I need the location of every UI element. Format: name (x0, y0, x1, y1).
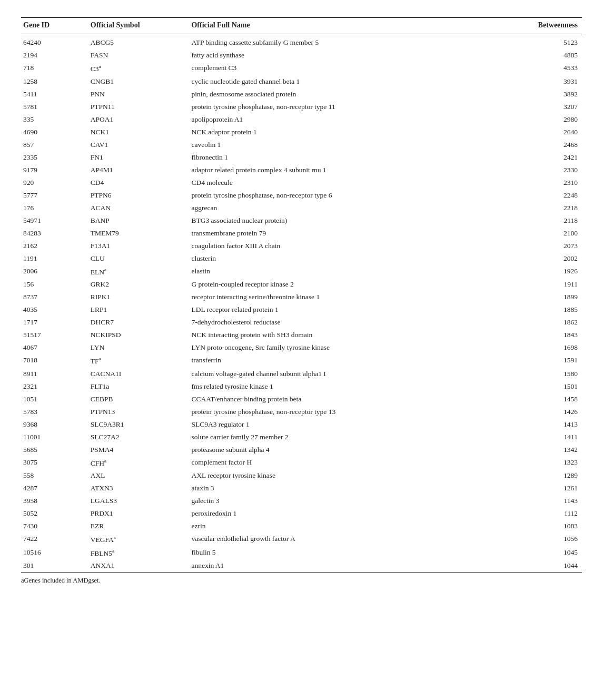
table-row: 4690NCK1NCK adaptor protein 12640 (21, 126, 582, 139)
table-row: 2006ELNaelastin1926 (21, 265, 582, 279)
cell-fullname: LYN proto-oncogene, Src family tyrosine … (189, 341, 481, 354)
table-row: 1191CLUclusterin2002 (21, 252, 582, 265)
cell-geneid: 5781 (21, 101, 88, 113)
cell-fullname: protein tyrosine phosphatase, non-recept… (189, 189, 481, 202)
cell-betweenness: 2468 (481, 139, 582, 151)
cell-betweenness: 2421 (481, 151, 582, 164)
cell-betweenness: 1056 (481, 533, 582, 546)
table-row: 51517NCKIPSDNCK interacting protein with… (21, 329, 582, 341)
cell-symbol: CACNA1I (88, 368, 190, 380)
cell-betweenness: 1411 (481, 431, 582, 443)
cell-symbol: EZR (88, 520, 190, 533)
cell-betweenness: 1911 (481, 278, 582, 291)
cell-betweenness: 1143 (481, 495, 582, 507)
cell-betweenness: 1045 (481, 546, 582, 560)
cell-betweenness: 2002 (481, 252, 582, 265)
cell-fullname: ezrin (189, 520, 481, 533)
cell-geneid: 9368 (21, 418, 88, 431)
header-betweenness: Betweenness (481, 17, 582, 34)
cell-betweenness: 2330 (481, 164, 582, 176)
cell-betweenness: 1926 (481, 265, 582, 279)
cell-symbol: CEBPB (88, 393, 190, 406)
table-row: 1051CEBPBCCAAT/enhancer binding protein … (21, 393, 582, 406)
table-row: 1258CNGB1cyclic nucleotide gated channel… (21, 75, 582, 88)
cell-geneid: 54971 (21, 214, 88, 227)
header-geneid: Gene ID (21, 17, 88, 34)
cell-fullname: ataxin 3 (189, 482, 481, 495)
cell-symbol: CD4 (88, 176, 190, 189)
cell-geneid: 7430 (21, 520, 88, 533)
cell-symbol: LYN (88, 341, 190, 354)
cell-betweenness: 1289 (481, 469, 582, 482)
cell-symbol: CLU (88, 252, 190, 265)
table-row: 9179AP4M1adaptor related protein complex… (21, 164, 582, 176)
table-row: 64240ABCG5ATP binding cassette subfamily… (21, 34, 582, 50)
cell-geneid: 2335 (21, 151, 88, 164)
cell-symbol: LGALS3 (88, 495, 190, 507)
cell-symbol: APOA1 (88, 113, 190, 126)
cell-symbol: F13A1 (88, 240, 190, 252)
cell-fullname: AXL receptor tyrosine kinase (189, 469, 481, 482)
table-row: 857CAV1caveolin 12468 (21, 139, 582, 151)
table-row: 2162F13A1coagulation factor XIII A chain… (21, 240, 582, 252)
cell-fullname: CCAAT/enhancer binding protein beta (189, 393, 481, 406)
cell-symbol: VEGFAa (88, 533, 190, 546)
cell-symbol: FN1 (88, 151, 190, 164)
cell-geneid: 3075 (21, 456, 88, 470)
cell-fullname: protein tyrosine phosphatase, non-recept… (189, 101, 481, 113)
cell-symbol: FLT1a (88, 380, 190, 393)
table-row: 84283TMEM79transmembrane protein 792100 (21, 227, 582, 240)
cell-betweenness: 1426 (481, 406, 582, 418)
table-row: 5783PTPN13protein tyrosine phosphatase, … (21, 406, 582, 418)
cell-fullname: NCK adaptor protein 1 (189, 126, 481, 139)
cell-geneid: 1717 (21, 316, 88, 329)
cell-betweenness: 1580 (481, 368, 582, 380)
cell-geneid: 10516 (21, 546, 88, 560)
cell-symbol: ABCG5 (88, 34, 190, 50)
cell-geneid: 7422 (21, 533, 88, 546)
cell-betweenness: 2640 (481, 126, 582, 139)
table-row: 7430EZRezrin1083 (21, 520, 582, 533)
table-row: 4067LYNLYN proto-oncogene, Src family ty… (21, 341, 582, 354)
cell-betweenness: 2248 (481, 189, 582, 202)
cell-fullname: receptor interacting serine/threonine ki… (189, 291, 481, 303)
cell-betweenness: 1112 (481, 507, 582, 520)
table-row: 9368SLC9A3R1SLC9A3 regulator 11413 (21, 418, 582, 431)
cell-geneid: 7018 (21, 354, 88, 368)
cell-symbol: PTPN6 (88, 189, 190, 202)
cell-betweenness: 2310 (481, 176, 582, 189)
cell-betweenness: 2980 (481, 113, 582, 126)
cell-fullname: caveolin 1 (189, 139, 481, 151)
cell-betweenness: 5123 (481, 34, 582, 50)
cell-geneid: 335 (21, 113, 88, 126)
cell-geneid: 9179 (21, 164, 88, 176)
cell-fullname: proteasome subunit alpha 4 (189, 443, 481, 456)
cell-geneid: 11001 (21, 431, 88, 443)
cell-geneid: 176 (21, 202, 88, 214)
table-row: 2321FLT1afms related tyrosine kinase 115… (21, 380, 582, 393)
cell-betweenness: 2073 (481, 240, 582, 252)
table-row: 558AXLAXL receptor tyrosine kinase1289 (21, 469, 582, 482)
cell-geneid: 8911 (21, 368, 88, 380)
cell-betweenness: 2100 (481, 227, 582, 240)
cell-fullname: vascular endothelial growth factor A (189, 533, 481, 546)
table-row: 3075CFHacomplement factor H1323 (21, 456, 582, 470)
cell-fullname: cyclic nucleotide gated channel beta 1 (189, 75, 481, 88)
cell-betweenness: 1698 (481, 341, 582, 354)
cell-fullname: pinin, desmosome associated protein (189, 88, 481, 101)
table-row: 176ACANaggrecan2218 (21, 202, 582, 214)
cell-betweenness: 4885 (481, 49, 582, 62)
cell-fullname: 7-dehydrocholesterol reductase (189, 316, 481, 329)
cell-symbol: SLC9A3R1 (88, 418, 190, 431)
cell-geneid: 4035 (21, 303, 88, 316)
cell-fullname: ATP binding cassette subfamily G member … (189, 34, 481, 50)
cell-symbol: C3a (88, 62, 190, 75)
table-row: 5781PTPN11protein tyrosine phosphatase, … (21, 101, 582, 113)
cell-betweenness: 1885 (481, 303, 582, 316)
cell-symbol: AXL (88, 469, 190, 482)
cell-geneid: 84283 (21, 227, 88, 240)
cell-fullname: peroxiredoxin 1 (189, 507, 481, 520)
cell-fullname: coagulation factor XIII A chain (189, 240, 481, 252)
cell-fullname: fatty acid synthase (189, 49, 481, 62)
cell-fullname: adaptor related protein complex 4 subuni… (189, 164, 481, 176)
